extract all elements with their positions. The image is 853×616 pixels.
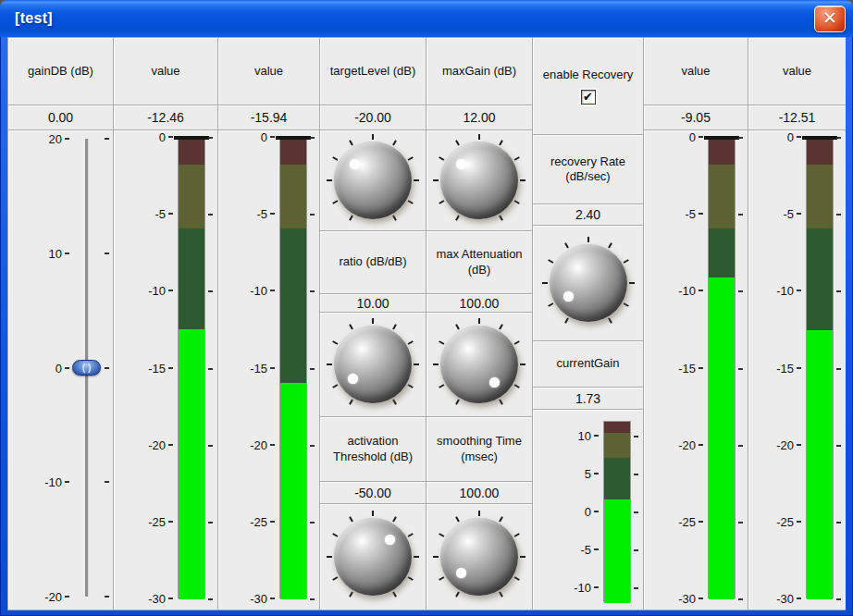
meter-tick (310, 137, 315, 139)
knob-tick (327, 179, 332, 181)
meter-tick (836, 214, 841, 216)
meter-tick-label: -30 (250, 592, 267, 606)
column-targetlevel: targetLevel (dB) -20.00 ratio (dB/dB) 10… (320, 38, 426, 610)
column-meter-2: value -15.94 0-5-10-15-20-25-30 (218, 38, 320, 610)
smoothing-time-knob (426, 504, 533, 610)
control-grid: gainDB (dB) 0.00 20100-10-20 () value -1… (7, 37, 846, 610)
thumb-grip-mark: ( (82, 363, 85, 373)
knob[interactable] (440, 326, 518, 403)
meter-tick (270, 136, 275, 138)
enable-recovery-checkbox[interactable]: ✔ (581, 90, 596, 105)
knob-tick (478, 318, 480, 324)
knob-tick (478, 134, 480, 140)
meter-tick (168, 213, 173, 215)
knob-tick (408, 200, 414, 204)
knob[interactable] (440, 142, 518, 219)
meter-tick-label: 0 (261, 130, 267, 144)
knob-tick (478, 511, 480, 516)
column-header: maxGain (dB) (426, 38, 533, 105)
meter-value: -12.51 (748, 105, 846, 130)
meter-cap (174, 136, 209, 140)
knob-tick (433, 179, 439, 181)
knob-tick (520, 363, 525, 365)
activation-threshold-knob (320, 504, 426, 610)
knob-tick (414, 556, 419, 558)
knob-tick (520, 179, 525, 181)
parameter-label: ratio (dB/dB) (320, 231, 426, 294)
meter-tick (634, 587, 638, 589)
meter-tick-label: -25 (678, 514, 696, 528)
meter-tick (270, 367, 275, 369)
meter-tick (208, 522, 213, 524)
knob-tick (499, 216, 503, 221)
knob-tick (564, 242, 569, 248)
targetlevel-knob (320, 130, 426, 231)
meter-segment (604, 422, 630, 433)
knob[interactable] (334, 142, 412, 219)
column-header: gainDB (dB) (8, 38, 114, 105)
meter-tick-label: -25 (148, 514, 166, 528)
knob-tick (455, 400, 460, 405)
meter-segment (604, 433, 630, 458)
knob-tick (514, 200, 520, 204)
meter-tick (208, 445, 213, 447)
slider-tick (65, 596, 69, 598)
meter-tick-label: 0 (787, 130, 794, 144)
meter-bar (806, 137, 834, 598)
title-bar[interactable]: [test] ✕ (0, 0, 853, 37)
knob-assembly (325, 509, 421, 605)
meter-segment (709, 228, 735, 277)
knob-tick (548, 302, 553, 307)
meter-tick (310, 445, 315, 447)
meter-tick (270, 598, 275, 599)
knob[interactable] (440, 518, 518, 596)
knob-tick (439, 576, 444, 581)
knob-tick (439, 200, 444, 204)
targetlevel-value: -20.00 (320, 105, 426, 130)
gain-slider-thumb[interactable]: () (72, 360, 101, 376)
knob[interactable] (334, 518, 412, 596)
close-button[interactable]: ✕ (814, 6, 846, 32)
gaindb-slider: 20100-10-20 () (8, 130, 114, 610)
column-header: value (114, 38, 218, 105)
knob[interactable] (550, 244, 627, 322)
meter-cap (276, 136, 311, 140)
meter-scale: 0-5-10-15-20-25-30 (218, 130, 279, 610)
meter-segment (280, 165, 306, 228)
level-meter: 0-5-10-15-20-25-30 (748, 130, 846, 610)
meter-tick-label: 10 (578, 429, 591, 443)
meter-tick (270, 290, 275, 291)
meter-tick-label: -25 (250, 514, 267, 528)
meter-tick (836, 445, 841, 447)
meter-tick (594, 586, 599, 588)
knob-tick (332, 384, 338, 388)
meter-tick (594, 548, 599, 550)
knob-tick (372, 318, 374, 324)
meter-segment (807, 228, 833, 330)
knob-tick (372, 511, 374, 516)
meter-tick (310, 290, 315, 292)
meter-tick (208, 290, 213, 292)
meter-tick-label: -5 (685, 207, 696, 221)
meter-segment (179, 329, 204, 599)
meter-segment (709, 277, 735, 599)
meter-tick-label: -15 (250, 361, 267, 375)
meter-tick (698, 367, 703, 369)
ratio-value: 10.00 (320, 294, 426, 313)
slider-tick-label: -20 (44, 590, 62, 604)
meter-tick-label: -20 (678, 437, 696, 451)
knob-tick (514, 576, 520, 581)
meter-segment (604, 499, 630, 603)
currentgain-meter: 1050-5-10 (533, 410, 644, 610)
knob-tick (414, 363, 419, 365)
knob[interactable] (334, 326, 412, 403)
parameter-label: recovery Rate (dB/sec) (533, 135, 644, 204)
smoothing-time-value: 100.00 (426, 482, 533, 504)
column-header: value (748, 38, 846, 105)
knob-tick (455, 216, 460, 221)
meter-bar (178, 137, 205, 598)
knob-indicator-dot (348, 374, 358, 384)
column-recovery: enable Recovery ✔ recovery Rate (dB/sec)… (533, 38, 644, 610)
meter-segment (807, 165, 833, 228)
meter-bar (603, 421, 631, 602)
